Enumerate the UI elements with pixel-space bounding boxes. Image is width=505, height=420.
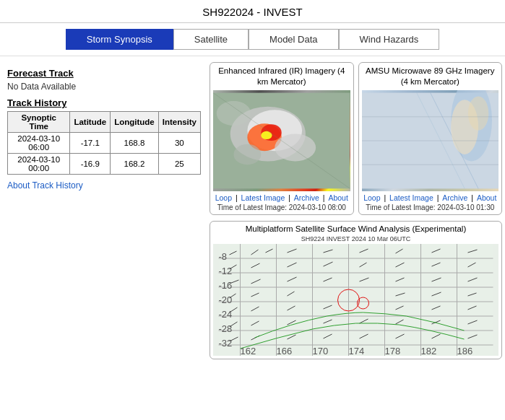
svg-text:178: 178 [385, 346, 401, 356]
svg-text:162: 162 [241, 346, 256, 356]
main-content: Forecast Track No Data Available Track H… [0, 56, 505, 365]
svg-point-5 [261, 131, 272, 139]
title-text: SH922024 - INVEST [202, 6, 302, 18]
ir-image [213, 90, 350, 191]
wind-image: -8 -12 -16 -20 -24 -28 -32 162 166 170 1… [213, 244, 498, 356]
ir-time-label: Time of Latest Image: 2024-03-10 08:00 [213, 204, 350, 211]
svg-rect-20 [219, 244, 493, 356]
svg-text:182: 182 [421, 346, 437, 356]
col-longitude: Longitude [111, 112, 159, 133]
ir-card-title: Enhanced Infrared (IR) Imagery (4 km Mer… [213, 66, 350, 87]
table-row: 2024-03-10 00:00 -16.9 168.2 25 [8, 154, 201, 175]
svg-text:166: 166 [277, 346, 293, 356]
svg-text:-16: -16 [219, 280, 233, 291]
amsu-card-title: AMSU Microwave 89 GHz Imagery (4 km Merc… [362, 66, 499, 87]
cell-lon-2: 168.2 [111, 154, 159, 175]
amsu-imagery-card: AMSU Microwave 89 GHz Imagery (4 km Merc… [358, 62, 503, 215]
svg-point-8 [217, 101, 251, 126]
svg-text:-12: -12 [219, 266, 233, 276]
tab-wind-hazards[interactable]: Wind Hazards [339, 29, 440, 50]
no-data-text: No Data Available [7, 82, 201, 92]
col-intensity: Intensity [158, 112, 200, 133]
amsu-svg [362, 90, 499, 191]
wind-chart-label: SH9224 INVEST 2024 10 Mar 06UTC [213, 235, 498, 242]
amsu-archive-link[interactable]: Archive [442, 193, 467, 202]
track-history-table: Synoptic Time Latitude Longitude Intensi… [7, 111, 201, 175]
about-track-history-link[interactable]: About Track History [7, 180, 201, 191]
ir-about-link[interactable]: About [328, 193, 348, 202]
col-synoptic-time: Synoptic Time [8, 112, 70, 133]
left-panel: Forecast Track No Data Available Track H… [3, 62, 205, 359]
ir-imagery-card: Enhanced Infrared (IR) Imagery (4 km Mer… [210, 62, 354, 215]
wind-card-title: Multiplatform Satellite Surface Wind Ana… [213, 224, 498, 233]
tab-bar: Storm Synopsis Satellite Model Data Wind… [0, 23, 505, 56]
ir-latest-link[interactable]: Latest Image [241, 193, 285, 202]
right-panel: Enhanced Infrared (IR) Imagery (4 km Mer… [210, 62, 502, 359]
top-images-row: Enhanced Infrared (IR) Imagery (4 km Mer… [210, 62, 502, 215]
track-history-heading: Track History [7, 97, 201, 108]
table-row: 2024-03-10 06:00 -17.1 168.8 30 [8, 133, 201, 154]
cell-lat-1: -17.1 [70, 133, 111, 154]
wind-svg: -8 -12 -16 -20 -24 -28 -32 162 166 170 1… [213, 244, 498, 356]
amsu-loop-link[interactable]: Loop [363, 193, 380, 202]
svg-point-7 [233, 144, 261, 165]
svg-text:-24: -24 [219, 309, 233, 320]
amsu-image-links: Loop | Latest Image | Archive | About [362, 193, 499, 202]
wind-analysis-card: Multiplatform Satellite Surface Wind Ana… [210, 221, 502, 359]
amsu-image [362, 90, 499, 191]
svg-text:-28: -28 [219, 323, 233, 334]
ir-svg [213, 90, 350, 191]
ir-image-links: Loop | Latest Image | Archive | About [213, 193, 350, 202]
col-latitude: Latitude [70, 112, 111, 133]
svg-point-6 [275, 134, 316, 161]
svg-text:-8: -8 [219, 251, 228, 262]
forecast-track-heading: Forecast Track [7, 68, 201, 79]
svg-text:-32: -32 [219, 338, 233, 349]
cell-lon-1: 168.8 [111, 133, 159, 154]
table-header-row: Synoptic Time Latitude Longitude Intensi… [8, 112, 201, 133]
ir-loop-link[interactable]: Loop [215, 193, 232, 202]
cell-intensity-2: 25 [158, 154, 200, 175]
tab-model-data[interactable]: Model Data [249, 29, 338, 50]
cell-time-2: 2024-03-10 00:00 [8, 154, 70, 175]
tab-satellite[interactable]: Satellite [173, 29, 249, 50]
amsu-about-link[interactable]: About [477, 193, 496, 202]
amsu-latest-link[interactable]: Latest Image [389, 193, 433, 202]
svg-text:170: 170 [313, 346, 329, 356]
cell-time-1: 2024-03-10 06:00 [8, 133, 70, 154]
cell-intensity-1: 30 [158, 133, 200, 154]
ir-archive-link[interactable]: Archive [294, 193, 319, 202]
tab-storm-synopsis[interactable]: Storm Synopsis [66, 29, 173, 50]
amsu-time-label: Time of Latest Image: 2024-03-10 01:30 [362, 204, 499, 211]
svg-point-16 [467, 96, 488, 130]
page-title: SH922024 - INVEST [0, 0, 505, 23]
svg-text:186: 186 [457, 346, 473, 356]
svg-text:-20: -20 [219, 294, 233, 305]
svg-text:174: 174 [349, 346, 365, 356]
cell-lat-2: -16.9 [70, 154, 111, 175]
